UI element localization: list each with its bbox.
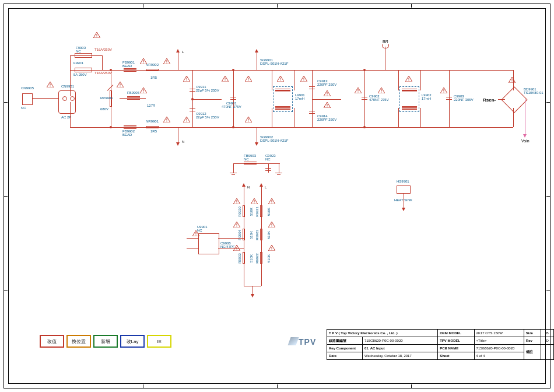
wire	[312, 70, 313, 127]
cap	[230, 97, 236, 97]
junction	[110, 126, 112, 128]
legend-label: IE	[157, 339, 162, 344]
refval: NC	[21, 106, 26, 110]
warn-icon	[233, 198, 240, 204]
warn-icon	[324, 90, 331, 96]
fuse-rating: T16A/250V	[94, 71, 112, 75]
wire	[364, 70, 365, 127]
cap	[362, 97, 367, 97]
refdes: R9902	[238, 253, 241, 264]
refval: BEAD	[122, 133, 132, 136]
warn-icon	[268, 245, 275, 251]
val: Wednesday, October 18, 2017	[362, 352, 437, 360]
cap	[309, 111, 315, 111]
wire	[449, 70, 450, 127]
lbl: Size	[524, 330, 541, 337]
refdes: CN9901	[61, 85, 74, 88]
refval: NC	[76, 50, 81, 53]
lbl: Rev	[524, 337, 541, 345]
net-l: L	[265, 186, 267, 189]
refdes: RV9901	[100, 96, 113, 100]
gnd	[275, 173, 282, 173]
warn-icon	[405, 76, 412, 82]
wire	[312, 99, 341, 100]
wire	[187, 238, 198, 239]
refdes: F9901	[73, 61, 83, 65]
wire	[178, 52, 178, 70]
warn-icon	[183, 117, 190, 123]
val: 2K17 OTS 150W	[474, 330, 524, 337]
refval: 220PF 250V	[317, 118, 336, 121]
wire	[102, 55, 103, 70]
refval: 17mH	[422, 97, 431, 100]
bead-fb9903	[244, 162, 257, 165]
wire	[398, 108, 399, 127]
net-l: L	[182, 50, 184, 54]
junction	[363, 69, 366, 71]
tick	[277, 384, 278, 388]
wire	[498, 99, 505, 100]
refval: 17mH	[295, 97, 304, 100]
wire	[178, 127, 178, 142]
tick	[143, 384, 143, 388]
refdes: HS9901	[397, 180, 409, 183]
net-n: N	[247, 186, 250, 189]
cap	[265, 170, 271, 171]
wire	[437, 70, 504, 71]
refval: 22pF 5% 250V	[196, 89, 219, 92]
val	[541, 345, 554, 360]
warn-icon	[509, 77, 516, 83]
val: <Title>	[474, 337, 524, 345]
refdes: R9921	[255, 206, 259, 217]
arrow	[523, 134, 527, 138]
val: 01. AC Input	[362, 345, 437, 352]
cap	[309, 89, 315, 89]
warn-icon	[300, 76, 307, 82]
refval: NC	[265, 158, 271, 161]
tick	[4, 196, 8, 197]
pin	[62, 96, 67, 101]
cap	[446, 97, 452, 97]
res	[243, 205, 245, 217]
fuse-f9903	[75, 53, 92, 58]
wire	[294, 70, 294, 90]
warn-icon	[163, 58, 170, 64]
wire	[70, 70, 71, 96]
wire	[192, 99, 222, 100]
arrow	[402, 208, 405, 211]
refval: NC	[244, 158, 249, 161]
lbl: OEM MODEL	[438, 330, 474, 337]
bead-fb9905	[127, 96, 140, 100]
warn-icon	[245, 117, 252, 123]
refdes: R9922	[255, 253, 259, 264]
warn-icon	[47, 82, 54, 88]
net-n: N	[182, 140, 184, 144]
tick	[411, 4, 412, 8]
refval: 470NF 275V	[369, 98, 389, 102]
wire	[233, 70, 234, 127]
refval: 220PF 250V	[317, 83, 336, 86]
lbl: PCB NAME	[438, 345, 474, 352]
refval: 22pF 5% 250V	[196, 116, 219, 119]
cap	[190, 91, 195, 92]
warn-icon	[277, 76, 284, 82]
arrow	[260, 183, 263, 187]
refval: DSPL-501N-A21F	[260, 139, 288, 142]
junction	[232, 69, 234, 71]
warn-icon	[355, 88, 362, 93]
arrow	[251, 294, 254, 298]
cap	[309, 113, 315, 114]
wire	[257, 52, 257, 70]
warn-icon	[192, 230, 199, 236]
title-block: T P V ( Top Victory Electronics Co. , Lt…	[327, 329, 554, 360]
arrow	[242, 183, 246, 187]
tick	[4, 102, 8, 103]
cap	[446, 99, 452, 100]
refval: TS10K80-01	[524, 91, 544, 94]
refdes: NR9902	[146, 63, 159, 66]
refdes: FB9905	[127, 91, 139, 94]
wire	[513, 108, 514, 127]
val: 715G8620-P0C-00-0020	[362, 337, 437, 345]
warn-icon	[440, 88, 447, 93]
fuse-rating: T16A/250V	[94, 48, 112, 51]
